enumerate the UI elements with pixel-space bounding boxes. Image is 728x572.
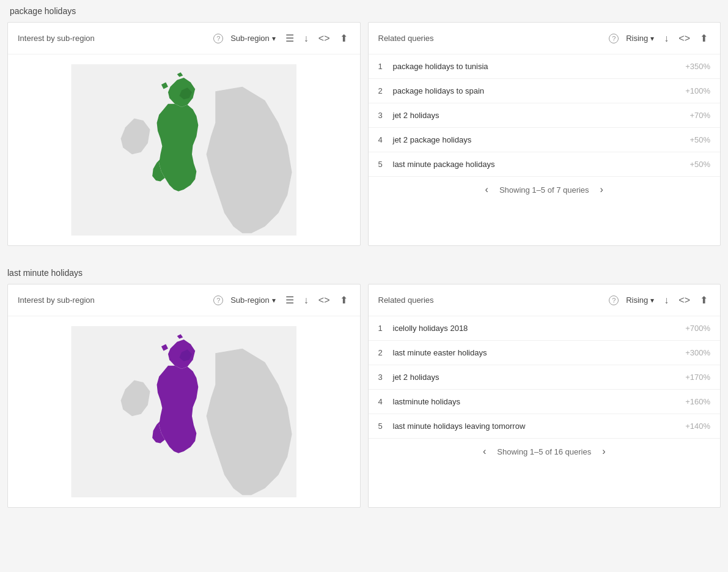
chevron-down-icon-q2: [650, 295, 654, 305]
list-item[interactable]: 4 lastminute holidays +160%: [369, 390, 721, 414]
code-icon-2[interactable]: <>: [316, 294, 333, 307]
query-text: last minute package holidays: [393, 160, 690, 169]
query-text: lastminute holidays: [393, 397, 686, 406]
query-rank: 1: [378, 62, 393, 71]
section-last-minute-holidays: Interest by sub-region ? Sub-region ☰ ↓ …: [0, 284, 728, 520]
interest-title-2: Interest by sub-region: [18, 295, 208, 305]
query-rank: 3: [378, 111, 393, 120]
query-text: jet 2 holidays: [393, 111, 690, 120]
interest-map-card-2: Interest by sub-region ? Sub-region ☰ ↓ …: [7, 284, 361, 508]
list-item[interactable]: 2 package holidays to spain +100%: [369, 79, 721, 103]
share-icon-q1[interactable]: ⬆: [697, 31, 710, 45]
query-rank: 3: [378, 373, 393, 382]
map-container-1: [8, 54, 360, 245]
chevron-down-icon-2: [272, 295, 276, 305]
queries-title-2: Related queries: [378, 295, 605, 305]
download-icon-q1[interactable]: ↓: [661, 32, 671, 45]
section-label-2: last minute holidays: [0, 258, 728, 284]
queries-header-2: Related queries ? Rising ↓ <> ⬆: [369, 284, 721, 316]
interest-map-card-1: Interest by sub-region ? Sub-region ☰ ↓ …: [7, 22, 361, 246]
rising-dropdown-1[interactable]: Rising: [623, 32, 656, 44]
code-icon-1[interactable]: <>: [316, 32, 333, 45]
query-list-2: 1 icelolly holidays 2018 +700% 2 last mi…: [369, 316, 721, 438]
download-icon-1[interactable]: ↓: [301, 32, 311, 45]
query-change: +170%: [685, 373, 710, 382]
list-item[interactable]: 3 jet 2 holidays +170%: [369, 365, 721, 390]
share-icon-2[interactable]: ⬆: [337, 293, 350, 307]
list-icon-2[interactable]: ☰: [283, 293, 296, 307]
query-text: package holidays to tunisia: [393, 62, 686, 71]
subregion-dropdown-1[interactable]: Sub-region: [228, 32, 278, 44]
help-icon-1[interactable]: ?: [213, 34, 223, 43]
list-item[interactable]: 1 package holidays to tunisia +350%: [369, 54, 721, 79]
query-change: +140%: [685, 422, 710, 431]
chevron-down-icon-1: [272, 34, 276, 43]
chevron-down-icon-q1: [650, 34, 654, 43]
page-title: package holidays: [0, 0, 728, 22]
share-icon-q2[interactable]: ⬆: [697, 293, 710, 307]
next-page-btn-2[interactable]: ›: [598, 445, 609, 458]
query-rank: 2: [378, 86, 393, 95]
query-text: last minute holidays leaving tomorrow: [393, 422, 686, 431]
download-icon-2[interactable]: ↓: [301, 294, 311, 307]
query-text: jet 2 holidays: [393, 373, 686, 382]
code-icon-q2[interactable]: <>: [676, 294, 693, 307]
list-item[interactable]: 1 icelolly holidays 2018 +700%: [369, 316, 721, 341]
query-rank: 1: [378, 324, 393, 333]
query-rank: 2: [378, 348, 393, 357]
queries-header-1: Related queries ? Rising ↓ <> ⬆: [369, 23, 721, 54]
query-rank: 4: [378, 135, 393, 144]
query-change: +50%: [689, 135, 710, 144]
card-header-2: Interest by sub-region ? Sub-region ☰ ↓ …: [8, 284, 360, 316]
help-icon-2[interactable]: ?: [213, 295, 223, 305]
help-icon-q2[interactable]: ?: [609, 295, 619, 305]
code-icon-q1[interactable]: <>: [676, 32, 693, 45]
list-item[interactable]: 4 jet 2 package holidays +50%: [369, 128, 721, 152]
query-change: +700%: [685, 324, 710, 333]
query-text: jet 2 package holidays: [393, 135, 690, 144]
query-change: +160%: [685, 397, 710, 406]
query-change: +70%: [689, 111, 710, 120]
related-queries-card-1: Related queries ? Rising ↓ <> ⬆ 1 packag…: [368, 22, 721, 246]
subregion-dropdown-2[interactable]: Sub-region: [228, 294, 278, 306]
query-change: +300%: [685, 348, 710, 357]
map-svg-1: [18, 64, 350, 236]
list-item[interactable]: 2 last minute easter holidays +300%: [369, 341, 721, 365]
section-package-holidays: Interest by sub-region ? Sub-region ☰ ↓ …: [0, 22, 728, 258]
query-change: +100%: [685, 86, 710, 95]
query-text: package holidays to spain: [393, 86, 686, 95]
list-item[interactable]: 5 last minute package holidays +50%: [369, 152, 721, 176]
list-item[interactable]: 5 last minute holidays leaving tomorrow …: [369, 414, 721, 438]
list-item[interactable]: 3 jet 2 holidays +70%: [369, 103, 721, 128]
prev-page-btn-1[interactable]: ‹: [482, 183, 492, 196]
list-icon-1[interactable]: ☰: [283, 31, 296, 45]
card-header-1: Interest by sub-region ? Sub-region ☰ ↓ …: [8, 23, 360, 54]
pagination-2: ‹ Showing 1–5 of 16 queries ›: [369, 438, 721, 464]
map-svg-2: [18, 326, 350, 497]
interest-title-1: Interest by sub-region: [18, 34, 208, 43]
query-change: +50%: [689, 160, 710, 169]
query-change: +350%: [685, 62, 710, 71]
query-text: icelolly holidays 2018: [393, 324, 686, 333]
query-rank: 4: [378, 397, 393, 406]
query-rank: 5: [378, 160, 393, 169]
related-queries-card-2: Related queries ? Rising ↓ <> ⬆ 1 icelol…: [368, 284, 721, 508]
queries-title-1: Related queries: [378, 34, 605, 43]
pagination-label-2: Showing 1–5 of 16 queries: [497, 447, 591, 456]
pagination-1: ‹ Showing 1–5 of 7 queries ›: [369, 176, 721, 202]
next-page-btn-1[interactable]: ›: [597, 183, 607, 196]
help-icon-q1[interactable]: ?: [609, 34, 619, 43]
pagination-label-1: Showing 1–5 of 7 queries: [499, 185, 589, 195]
query-list-1: 1 package holidays to tunisia +350% 2 pa…: [369, 54, 721, 176]
share-icon-1[interactable]: ⬆: [337, 31, 350, 45]
rising-dropdown-2[interactable]: Rising: [623, 294, 656, 306]
map-container-2: [8, 316, 360, 507]
prev-page-btn-2[interactable]: ‹: [479, 445, 490, 458]
query-rank: 5: [378, 422, 393, 431]
query-text: last minute easter holidays: [393, 348, 686, 357]
download-icon-q2[interactable]: ↓: [661, 294, 671, 307]
